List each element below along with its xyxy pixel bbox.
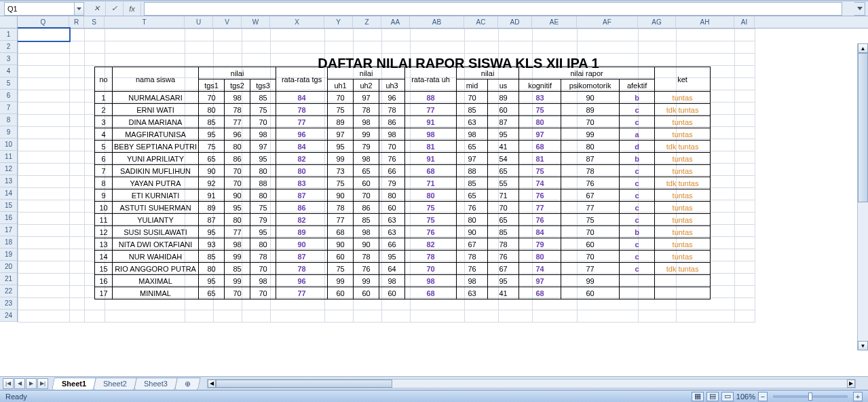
zoom-slider[interactable] — [773, 395, 848, 398]
row-header-2[interactable]: 2 — [0, 41, 17, 53]
column-headers[interactable]: QRSTUVWXYZAAABACADAEAFAGAHAI — [18, 16, 868, 29]
col-header-AE[interactable]: AE — [532, 16, 577, 28]
zoom-out-button[interactable]: − — [758, 392, 768, 401]
col-header-AC[interactable]: AC — [464, 16, 498, 28]
enter-formula-icon[interactable]: ✓ — [106, 2, 124, 16]
vscroll-thumb[interactable] — [858, 53, 868, 202]
table-row: 5BEBY SEPTIANA PUTRI75809784957970816541… — [95, 141, 711, 153]
scroll-up-icon[interactable]: ▲ — [858, 43, 868, 53]
header-cell: rata-rata uh — [405, 67, 457, 92]
col-header-W[interactable]: W — [242, 16, 270, 28]
row-header-10[interactable]: 10 — [0, 139, 17, 151]
name-box-dropdown[interactable] — [75, 2, 84, 16]
row-headers[interactable]: 123456789101112131415161718192021222324 — [0, 29, 18, 322]
cancel-formula-icon[interactable]: ✕ — [88, 2, 106, 16]
row-header-6[interactable]: 6 — [0, 90, 17, 102]
header-cell: ket — [655, 67, 711, 92]
row-header-13[interactable]: 13 — [0, 175, 17, 187]
header-cell: nilai rapor — [519, 67, 655, 79]
row-header-20[interactable]: 20 — [0, 261, 17, 273]
formula-bar-expand-icon[interactable] — [854, 2, 865, 16]
zoom-level[interactable]: 106% — [736, 392, 755, 401]
table-row: 8YAYAN PUTRA927088837560797185557476ctdk… — [95, 177, 711, 189]
col-header-Y[interactable]: Y — [324, 16, 353, 28]
zoom-thumb[interactable] — [808, 392, 812, 401]
name-box[interactable]: Q1 — [4, 2, 75, 16]
col-header-R[interactable]: R — [69, 16, 84, 28]
col-header-AF[interactable]: AF — [577, 16, 638, 28]
col-header-T[interactable]: T — [105, 16, 185, 28]
col-header-AG[interactable]: AG — [638, 16, 676, 28]
table-row: 6YUNI APRILIATY658695829998769197548187b… — [95, 153, 711, 165]
col-header-AH[interactable]: AH — [676, 16, 734, 28]
hscroll-thumb[interactable] — [216, 380, 392, 388]
vertical-scrollbar[interactable]: ▲ ▼ — [857, 43, 868, 350]
header-cell: nilai — [328, 67, 405, 79]
row-header-15[interactable]: 15 — [0, 200, 17, 212]
insert-sheet-tab[interactable]: ⊕ — [174, 378, 201, 390]
formula-bar[interactable] — [144, 2, 842, 16]
table-row: 10ASTUTI SUHERMAN89957586788660757670777… — [95, 202, 711, 214]
row-header-23[interactable]: 23 — [0, 297, 17, 310]
horizontal-scrollbar[interactable]: ◀ ▶ — [207, 379, 856, 388]
view-normal-icon[interactable]: ▦ — [692, 392, 704, 401]
row-header-19[interactable]: 19 — [0, 249, 17, 261]
view-page-break-icon[interactable]: ▭ — [721, 392, 734, 401]
row-header-7[interactable]: 7 — [0, 102, 17, 114]
zoom-in-button[interactable]: + — [853, 392, 863, 401]
tab-nav-prev-icon[interactable]: ◀ — [14, 378, 25, 389]
row-header-4[interactable]: 4 — [0, 65, 17, 77]
select-all-corner[interactable] — [0, 16, 18, 29]
scroll-right-icon[interactable]: ▶ — [847, 380, 855, 388]
col-header-S[interactable]: S — [84, 16, 105, 28]
table-row: 2ERNI WATI807875787578787785607589ctdk t… — [95, 104, 711, 116]
table-row: 11YULIANTY878079827785637580657675ctunta… — [95, 214, 711, 226]
row-header-11[interactable]: 11 — [0, 151, 17, 163]
row-header-16[interactable]: 16 — [0, 212, 17, 224]
scroll-down-icon[interactable]: ▼ — [858, 341, 868, 350]
col-header-AA[interactable]: AA — [381, 16, 410, 28]
col-header-Z[interactable]: Z — [353, 16, 381, 28]
row-header-3[interactable]: 3 — [0, 53, 17, 65]
sheet-tab-bar: |◀ ◀ ▶ ▶| Sheet1Sheet2Sheet3⊕ ◀ ▶ — [0, 376, 868, 390]
header-cell: nilai — [199, 67, 276, 79]
header-cell: uh1 — [328, 79, 354, 92]
col-header-U[interactable]: U — [185, 16, 213, 28]
header-cell: afektif — [620, 79, 655, 92]
row-header-8[interactable]: 8 — [0, 114, 17, 126]
fx-icon[interactable]: fx — [124, 2, 141, 16]
table-row: 7SADIKIN MUFLIHUN90708080736566688865757… — [95, 165, 711, 177]
header-cell: kognitif — [519, 79, 561, 92]
row-header-22[interactable]: 22 — [0, 285, 17, 297]
row-header-12[interactable]: 12 — [0, 163, 17, 175]
header-cell: us — [488, 79, 519, 92]
col-header-AD[interactable]: AD — [498, 16, 532, 28]
table-row: 3DINA MARIANA857770778998869163878070ctu… — [95, 116, 711, 128]
tab-nav-last-icon[interactable]: ▶| — [37, 378, 48, 389]
col-header-Q[interactable]: Q — [18, 16, 69, 28]
table-row: 9ETI KURNIATI919080879070808065717667ctu… — [95, 189, 711, 202]
col-header-AB[interactable]: AB — [410, 16, 464, 28]
table-row: 17MINIMAL657070776060606863416860 — [95, 287, 711, 299]
header-cell: tgs3 — [250, 79, 276, 92]
table-row: 16MAXIMAL959998969999989898959799 — [95, 275, 711, 287]
row-header-14[interactable]: 14 — [0, 187, 17, 200]
sheet-tab-sheet2[interactable]: Sheet2 — [93, 378, 137, 390]
row-header-18[interactable]: 18 — [0, 236, 17, 249]
view-page-layout-icon[interactable]: ▤ — [706, 392, 719, 401]
header-cell: tgs1 — [199, 79, 225, 92]
row-header-5[interactable]: 5 — [0, 77, 17, 90]
col-header-AI[interactable]: AI — [734, 16, 755, 28]
row-header-17[interactable]: 17 — [0, 224, 17, 236]
tab-nav-next-icon[interactable]: ▶ — [26, 378, 37, 389]
col-header-V[interactable]: V — [213, 16, 242, 28]
row-header-24[interactable]: 24 — [0, 310, 17, 322]
row-header-9[interactable]: 9 — [0, 126, 17, 139]
tab-nav-first-icon[interactable]: |◀ — [3, 378, 14, 389]
sheet-tab-sheet1[interactable]: Sheet1 — [52, 378, 96, 390]
row-header-1[interactable]: 1 — [0, 29, 17, 41]
scroll-left-icon[interactable]: ◀ — [208, 380, 216, 388]
sheet-tab-sheet3[interactable]: Sheet3 — [134, 378, 178, 390]
row-header-21[interactable]: 21 — [0, 273, 17, 285]
col-header-X[interactable]: X — [270, 16, 324, 28]
